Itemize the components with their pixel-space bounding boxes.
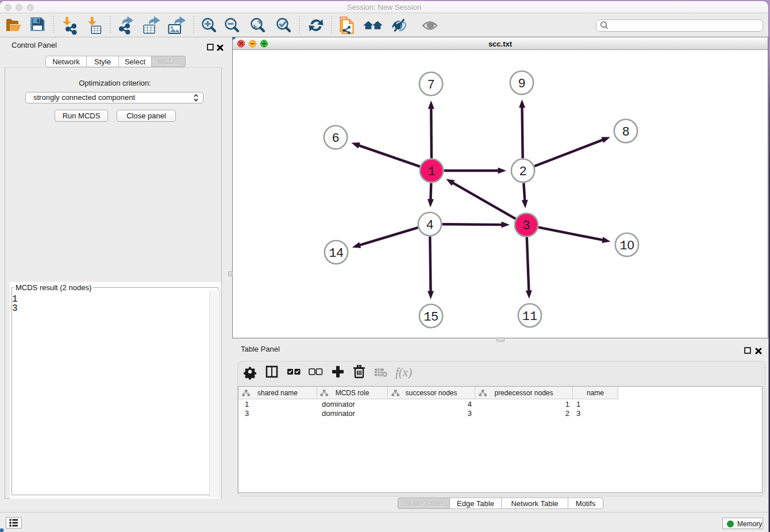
svg-text:6: 6 (332, 130, 339, 145)
svg-text:7: 7 (428, 77, 434, 91)
svg-text:f(x): f(x) (395, 365, 412, 379)
svg-text:14: 14 (329, 245, 343, 261)
svg-text:15: 15 (424, 309, 438, 325)
svg-text:4: 4 (426, 217, 433, 232)
svg-text:2: 2 (519, 164, 526, 178)
svg-text:8: 8 (622, 124, 629, 138)
svg-text:10: 10 (619, 238, 634, 253)
svg-text:1: 1 (428, 165, 435, 179)
svg-text:11: 11 (522, 310, 537, 324)
svg-text:3: 3 (523, 218, 530, 232)
svg-text:9: 9 (518, 76, 525, 90)
